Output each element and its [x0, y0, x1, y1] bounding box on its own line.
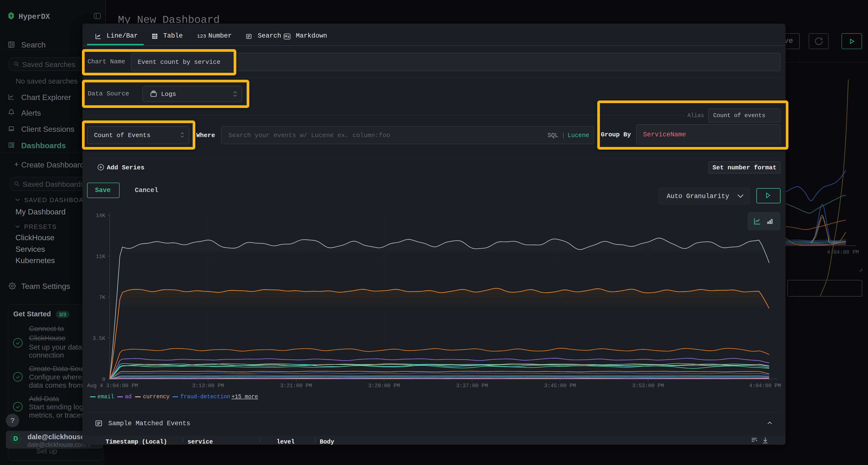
svg-text:3:13:00 PM: 3:13:00 PM	[192, 383, 224, 389]
svg-text:11K: 11K	[96, 254, 105, 260]
svg-text:0: 0	[102, 376, 105, 383]
svg-text:3.5K: 3.5K	[93, 336, 105, 342]
svg-text:3:29:00 PM: 3:29:00 PM	[368, 383, 400, 389]
svg-text:3:37:00 PM: 3:37:00 PM	[456, 383, 488, 389]
svg-text:14K: 14K	[96, 213, 105, 219]
svg-text:7K: 7K	[99, 295, 105, 301]
svg-text:3:21:00 PM: 3:21:00 PM	[280, 383, 312, 389]
svg-text:3:45:00 PM: 3:45:00 PM	[544, 383, 576, 389]
svg-text:Aug 4 3:04:00 PM: Aug 4 3:04:00 PM	[87, 383, 138, 389]
svg-text:4:04:00 PM: 4:04:00 PM	[749, 383, 781, 389]
svg-text:3:53:00 PM: 3:53:00 PM	[632, 383, 664, 389]
